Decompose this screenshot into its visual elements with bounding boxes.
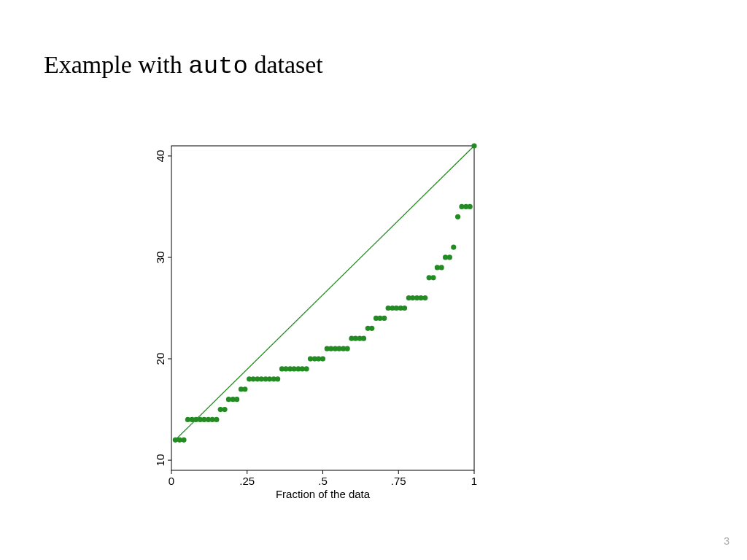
y-tick-label: 40 <box>154 150 166 163</box>
data-point <box>455 214 460 219</box>
x-tick-label: 0 <box>169 475 174 487</box>
slide: Example with auto dataset 102030400.25.5… <box>0 0 747 560</box>
data-point <box>402 306 407 311</box>
x-tick-label: .25 <box>239 475 255 487</box>
data-point <box>303 366 309 371</box>
data-point <box>320 356 325 361</box>
data-point <box>275 376 280 381</box>
y-tick-label: 20 <box>154 353 166 365</box>
y-tick-label: 30 <box>154 252 166 264</box>
chart: 102030400.25.5.751Fraction of the data <box>131 142 481 507</box>
chart-svg: 102030400.25.5.751Fraction of the data <box>131 142 481 507</box>
title-prefix: Example with <box>44 51 188 78</box>
data-point <box>471 143 476 148</box>
data-point <box>361 336 366 341</box>
title-suffix: dataset <box>248 51 323 78</box>
data-point <box>451 244 456 249</box>
page-number: 3 <box>724 535 729 547</box>
data-point <box>222 407 227 412</box>
y-tick-label: 10 <box>154 454 166 467</box>
data-point <box>468 204 473 209</box>
reference-line <box>175 146 474 440</box>
data-point <box>181 438 186 443</box>
title-code: auto <box>188 52 248 80</box>
data-point <box>345 346 350 351</box>
x-axis-label: Fraction of the data <box>276 488 371 500</box>
data-point <box>447 254 452 260</box>
data-point <box>234 397 239 402</box>
x-tick-label: .5 <box>318 475 328 487</box>
data-point <box>369 326 374 331</box>
data-point <box>439 265 444 270</box>
data-point <box>422 295 427 300</box>
data-point <box>214 417 219 422</box>
data-point <box>430 275 436 280</box>
slide-title: Example with auto dataset <box>44 51 323 80</box>
x-tick-label: 1 <box>471 475 477 487</box>
x-tick-label: .75 <box>391 475 406 487</box>
data-point <box>242 386 247 392</box>
data-point <box>382 316 387 321</box>
